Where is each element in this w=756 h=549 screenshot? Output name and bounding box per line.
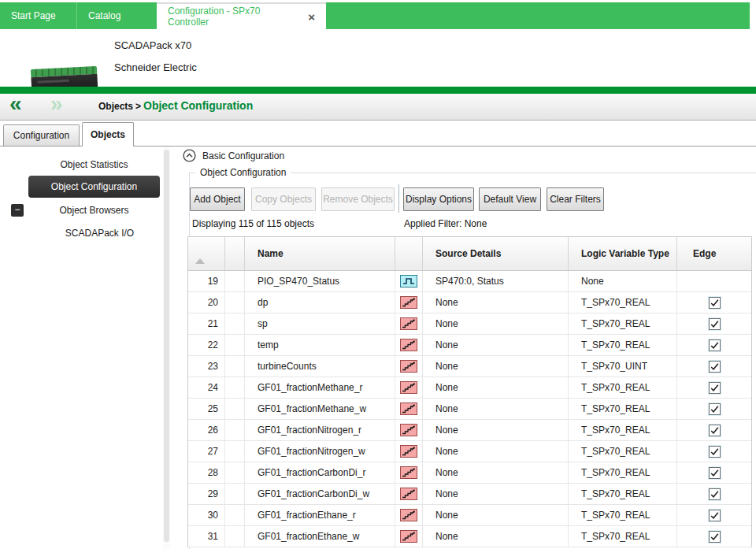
display-options-button[interactable]: Display Options (403, 187, 474, 211)
row-number: 30 (188, 505, 225, 525)
row-gutter (225, 377, 245, 398)
remove-objects-button[interactable]: Remove Objects (321, 187, 395, 211)
row-gutter (225, 505, 245, 525)
clear-filters-button[interactable]: Clear Filters (547, 187, 604, 211)
checkbox-checked-icon[interactable] (709, 531, 721, 543)
edge-cell (677, 292, 751, 313)
collapse-section-icon[interactable] (183, 149, 196, 162)
table-row[interactable]: 29 GF01_fractionCarbonDi_w None T_SPx70_… (188, 484, 751, 505)
row-gutter (225, 335, 245, 355)
object-name: sp (245, 313, 395, 334)
column-header-logic-variable-type[interactable]: Logic Variable Type (569, 237, 677, 270)
checkbox-checked-icon[interactable] (709, 510, 721, 521)
edge-cell (677, 313, 751, 334)
breadcrumb-parent[interactable]: Objects (98, 101, 133, 112)
object-name: temp (245, 335, 395, 355)
tab-configuration[interactable]: Configuration (3, 124, 80, 146)
toolbar-divider (398, 184, 399, 213)
checkbox-checked-icon[interactable] (709, 339, 721, 351)
sidebar-item-scadapack-io[interactable]: SCADAPack I/O (28, 224, 160, 243)
analog-object-icon (400, 530, 417, 543)
table-row[interactable]: 28 GF01_fractionCarbonDi_r None T_SPx70_… (188, 462, 751, 484)
table-row[interactable]: 30 GF01_fractionEthane_r None T_SPx70_RE… (188, 505, 751, 526)
row-gutter (225, 484, 245, 504)
collapse-branch-icon[interactable]: − (11, 204, 24, 217)
table-row[interactable]: 31 GF01_fractionEthane_w None T_SPx70_RE… (188, 526, 751, 547)
scrollbar-thumb[interactable] (164, 150, 169, 542)
tab-catalog[interactable]: Catalog (76, 2, 157, 29)
logic-variable-type: T_SPx70_REAL (569, 462, 677, 483)
object-type-icon-cell (395, 377, 423, 398)
table-row[interactable]: 20 dp None T_SPx70_REAL (188, 292, 751, 313)
default-view-button[interactable]: Default View (479, 187, 541, 211)
edge-cell (677, 462, 751, 483)
sidebar-item-object-browsers[interactable]: Object Browsers (28, 201, 160, 220)
sidebar-item-object-configuration[interactable]: Object Configuration (28, 176, 160, 198)
row-number: 28 (188, 462, 225, 483)
checkbox-checked-icon[interactable] (709, 425, 721, 436)
checkbox-checked-icon[interactable] (709, 297, 721, 309)
column-header-source-details[interactable]: Source Details (423, 237, 569, 270)
brand-header (0, 29, 756, 87)
object-type-icon-cell (395, 505, 423, 525)
checkbox-checked-icon[interactable] (709, 382, 721, 394)
source-details: None (423, 441, 569, 462)
analog-object-icon (400, 424, 417, 436)
applied-filter-status: Applied Filter: None (404, 218, 487, 229)
tab-configuration-spx70-controller[interactable]: Configuration - SPx70 Controller × (157, 2, 326, 29)
checkbox-checked-icon[interactable] (709, 403, 721, 415)
table-row[interactable]: 27 GF01_fractionNitrogen_w None T_SPx70_… (188, 441, 751, 462)
column-header-icon (395, 237, 423, 270)
object-name: GF01_fractionCarbonDi_w (245, 484, 395, 504)
edge-cell (677, 356, 751, 377)
object-name: GF01_fractionEthane_r (245, 505, 395, 525)
breadcrumb-separator: > (135, 101, 141, 112)
table-row[interactable]: 21 sp None T_SPx70_REAL (188, 313, 751, 335)
table-row[interactable]: 19 PIO_SP470_Status SP470:0, Status None (188, 271, 751, 292)
sidebar: Object Statistics Object Configuration −… (0, 147, 163, 549)
add-object-button[interactable]: Add Object (190, 187, 245, 211)
section-title: Basic Configuration (202, 150, 284, 161)
analog-object-icon (400, 509, 417, 521)
checkbox-checked-icon[interactable] (709, 467, 721, 479)
edge-cell (677, 335, 751, 355)
analog-object-icon (400, 445, 417, 458)
close-tab-icon[interactable]: × (308, 10, 315, 24)
column-header-row-number[interactable] (188, 237, 225, 270)
object-name: GF01_fractionNitrogen_r (245, 420, 395, 440)
checkbox-checked-icon[interactable] (709, 318, 721, 330)
object-table: Name Source Details Logic Variable Type … (187, 236, 752, 547)
column-header-name[interactable]: Name (245, 237, 395, 270)
sidebar-item-object-statistics[interactable]: Object Statistics (28, 155, 160, 174)
column-header-edge[interactable]: Edge (677, 237, 751, 270)
table-body: 19 PIO_SP470_Status SP470:0, Status None… (188, 271, 751, 547)
table-row[interactable]: 22 temp None T_SPx70_REAL (188, 335, 751, 356)
logic-variable-type: T_SPx70_REAL (569, 484, 677, 504)
analog-object-icon (400, 402, 417, 415)
checkbox-checked-icon[interactable] (709, 361, 721, 373)
navigate-forward-icon[interactable]: » (50, 91, 63, 117)
object-type-icon-cell (395, 335, 423, 355)
row-number: 21 (188, 313, 225, 334)
copy-objects-button[interactable]: Copy Objects (251, 187, 316, 211)
tab-start-page[interactable]: Start Page (0, 2, 76, 29)
object-name: GF01_fractionMethane_r (245, 377, 395, 398)
row-number: 25 (188, 399, 225, 419)
object-name: turbineCounts (245, 356, 395, 377)
checkbox-checked-icon[interactable] (709, 488, 721, 500)
table-row[interactable]: 25 GF01_fractionMethane_w None T_SPx70_R… (188, 399, 751, 420)
logic-variable-type: None (569, 271, 677, 291)
row-gutter (225, 526, 245, 547)
row-number: 23 (188, 356, 225, 377)
sidebar-scrollbar[interactable] (163, 147, 170, 549)
table-row[interactable]: 24 GF01_fractionMethane_r None T_SPx70_R… (188, 377, 751, 399)
navigate-back-icon[interactable]: « (9, 91, 22, 117)
object-type-icon-cell (395, 420, 423, 440)
displayed-objects-count: Displaying 115 of 115 objects (192, 218, 314, 229)
table-row[interactable]: 26 GF01_fractionNitrogen_r None T_SPx70_… (188, 420, 751, 441)
checkbox-checked-icon[interactable] (709, 446, 721, 458)
logic-variable-type: T_SPx70_REAL (569, 441, 677, 462)
tab-objects[interactable]: Objects (82, 122, 134, 147)
table-row[interactable]: 23 turbineCounts None T_SPx70_UINT (188, 356, 751, 377)
object-type-icon-cell (395, 526, 423, 547)
